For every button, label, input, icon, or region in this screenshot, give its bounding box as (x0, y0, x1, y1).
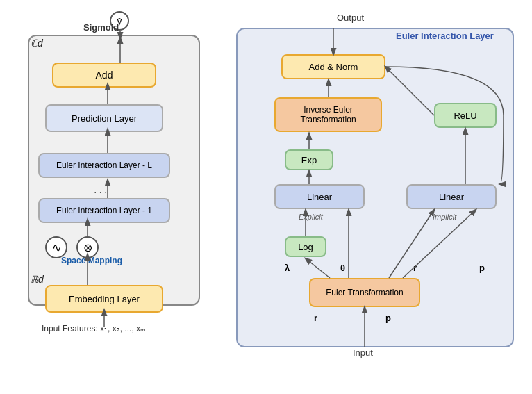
euler-1-box: Euler Interaction Layer - 1 (38, 198, 170, 223)
euler-1-label: Euler Interaction Layer - 1 (56, 206, 152, 215)
explicit-label: Explicit (299, 213, 323, 221)
exp-label: Exp (301, 155, 317, 165)
prediction-layer-box: Prediction Layer (45, 104, 163, 132)
input-features-label: Input Features: x₁, x₂, ..., xₘ (42, 324, 145, 334)
add-label: Add (96, 69, 113, 81)
left-panel: ŷ Sigmoid ℂd Add Prediction Layer Euler … (7, 7, 222, 382)
add-norm-label: Add & Norm (309, 62, 358, 72)
embedding-layer-label: Embedding Layer (69, 294, 140, 304)
linear-left-label: Linear (307, 192, 332, 202)
embedding-layer-box: Embedding Layer (45, 285, 163, 313)
euler-transform-box: Euler Transformation (309, 278, 420, 307)
r-label-left: r (413, 263, 417, 273)
add-box: Add (52, 63, 156, 88)
sigmoid-label: Sigmoid (83, 22, 119, 33)
p-label-right: p (479, 263, 485, 273)
add-norm-box: Add & Norm (281, 54, 385, 79)
prediction-layer-label: Prediction Layer (72, 113, 137, 124)
implicit-label: Implicit (433, 213, 456, 221)
rd-label: ℝd (31, 274, 44, 285)
relu-box: ReLU (434, 103, 497, 128)
theta-label: θ (340, 263, 345, 273)
euler-l-box: Euler Interaction Layer - L (38, 153, 170, 178)
lambda-label: λ (285, 263, 290, 273)
diagram-container: ŷ Sigmoid ℂd Add Prediction Layer Euler … (0, 0, 532, 394)
inv-euler-box: Inverse EulerTransformation (274, 97, 382, 132)
tilde-symbol: ∿ (52, 241, 61, 254)
euler-interaction-label: Euler Interaction Layer (396, 31, 494, 41)
log-box: Log (285, 236, 326, 257)
euler-transform-label: Euler Transformation (326, 288, 403, 297)
linear-left-box: Linear (274, 184, 365, 209)
input-label: Input (353, 347, 373, 358)
space-mapping-label: Space Mapping (61, 256, 122, 265)
right-panel: Euler Interaction Layer Output Add & Nor… (229, 7, 528, 382)
euler-l-label: Euler Interaction Layer - L (56, 161, 152, 170)
p-bottom-label: p (385, 313, 391, 323)
dots-label: ... (94, 183, 109, 196)
inv-euler-label: Inverse EulerTransformation (300, 105, 356, 124)
log-label: Log (298, 242, 313, 252)
otimes-symbol: ⊗ (83, 241, 92, 254)
r-bottom-label: r (314, 313, 317, 323)
cd-label: ℂd (31, 38, 43, 49)
exp-box: Exp (285, 149, 333, 170)
relu-label: ReLU (454, 110, 476, 121)
linear-right-label: Linear (439, 192, 464, 202)
linear-right-box: Linear (406, 184, 497, 209)
output-label: Output (337, 13, 364, 23)
